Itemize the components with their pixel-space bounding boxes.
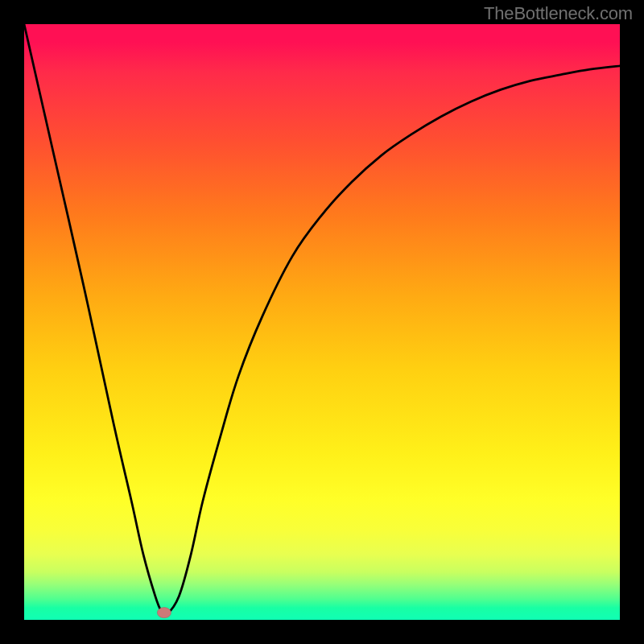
chart-container: TheBottleneck.com: [0, 0, 644, 644]
watermark-text: TheBottleneck.com: [484, 3, 633, 24]
minimum-marker: [157, 608, 171, 618]
plot-area: [24, 24, 620, 620]
curve-svg: [24, 24, 620, 620]
bottleneck-curve: [24, 24, 620, 615]
